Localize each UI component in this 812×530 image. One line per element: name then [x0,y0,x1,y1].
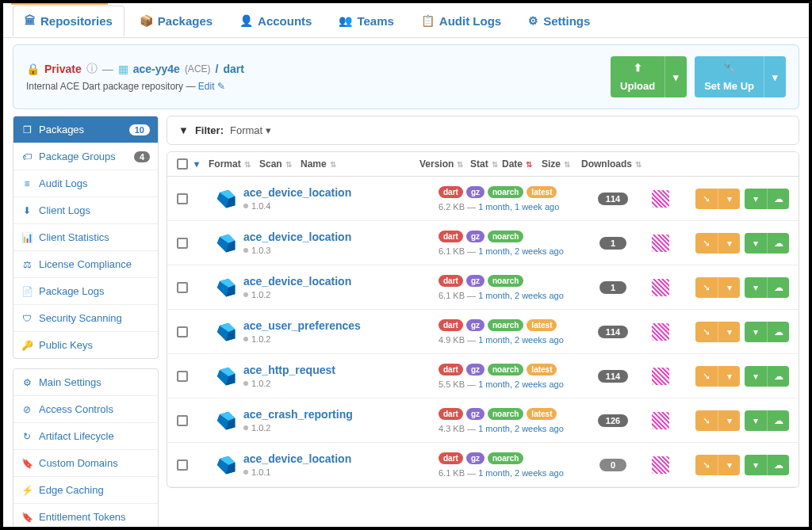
package-name-link[interactable]: ace_device_location [243,186,439,199]
package-date[interactable]: 1 month, 2 weeks ago [478,379,564,389]
package-version[interactable]: 1.0.2 [243,423,439,433]
action-fetch[interactable]: ➘ [695,277,718,298]
filter-format-dropdown[interactable]: Format ▾ [230,124,271,136]
sidebar-item-edge-caching[interactable]: ⚡Edge Caching [13,477,158,504]
owner-avatar[interactable] [652,190,669,208]
row-checkbox[interactable] [177,238,188,249]
upload-button[interactable]: ⬆Upload [611,56,665,97]
action-download[interactable]: ☁ [767,410,789,431]
col-date[interactable]: Date⇅ [502,158,542,170]
action-more[interactable]: ▾ [745,233,767,254]
package-version[interactable]: 1.0.1 [243,467,439,477]
help-icon[interactable]: ⓘ [86,62,98,76]
package-version[interactable]: 1.0.2 [243,379,439,388]
action-more[interactable]: ▾ [745,189,767,209]
owner-avatar[interactable] [652,412,669,429]
row-checkbox[interactable] [177,193,188,204]
tab-teams[interactable]: 👥Teams [327,6,405,36]
action-fetch-dropdown[interactable]: ▾ [718,233,740,254]
row-checkbox[interactable] [177,371,188,382]
sidebar-item-access-controls[interactable]: ⊘Access Controls [13,396,158,423]
col-downloads[interactable]: Downloads⇅ [581,158,653,170]
row-checkbox[interactable] [177,415,188,426]
action-more[interactable]: ▾ [745,277,767,298]
col-size[interactable]: Size⇅ [542,158,581,170]
setup-dropdown[interactable]: ▾ [764,56,786,97]
sidebar-item-entitlement-tokens[interactable]: 🔖Entitlement Tokens [13,504,158,530]
sidebar-item-license-compliance[interactable]: ⚖License Compliance [13,251,158,278]
action-more[interactable]: ▾ [745,410,767,431]
tab-accounts[interactable]: 👤Accounts [228,6,324,36]
action-download[interactable]: ☁ [767,233,789,254]
package-version[interactable]: 1.0.2 [243,334,439,344]
org-link[interactable]: ace-yy4e [133,63,180,75]
package-name-link[interactable]: ace_http_request [243,364,439,376]
action-download[interactable]: ☁ [767,189,789,209]
package-name-link[interactable]: ace_crash_reporting [243,408,439,421]
action-fetch-dropdown[interactable]: ▾ [718,189,740,209]
action-more[interactable]: ▾ [745,322,767,342]
action-fetch[interactable]: ➘ [695,233,718,254]
select-all-checkbox[interactable] [177,158,188,170]
col-stat[interactable]: Stat⇅ [470,158,502,170]
action-download[interactable]: ☁ [767,366,789,387]
sidebar-item-main-settings[interactable]: ⚙Main Settings [13,369,158,396]
action-fetch[interactable]: ➘ [695,322,718,342]
sidebar-item-public-keys[interactable]: 🔑Public Keys [13,332,158,358]
sidebar-item-artifact-lifecycle[interactable]: ↻Artifact Lifecycle [13,423,158,450]
owner-avatar[interactable] [652,323,669,341]
row-checkbox[interactable] [177,326,188,337]
row-checkbox[interactable] [177,282,188,293]
col-scan[interactable]: Scan⇅ [259,158,301,170]
package-date[interactable]: 1 month, 2 weeks ago [478,291,564,300]
package-date[interactable]: 1 month, 1 week ago [478,202,559,212]
action-download[interactable]: ☁ [767,322,789,342]
row-checkbox[interactable] [177,459,188,471]
tab-audit-logs[interactable]: 📋Audit Logs [409,6,513,36]
upload-dropdown[interactable]: ▾ [665,56,687,97]
sidebar-item-package-groups[interactable]: 🏷Package Groups4 [13,143,158,170]
owner-avatar[interactable] [652,456,669,474]
action-fetch[interactable]: ➘ [695,455,718,475]
action-fetch[interactable]: ➘ [695,189,718,209]
package-version[interactable]: 1.0.3 [243,246,439,255]
col-format[interactable]: Format⇅ [209,158,259,170]
action-download[interactable]: ☁ [767,455,789,475]
package-date[interactable]: 1 month, 2 weeks ago [478,468,564,478]
owner-avatar[interactable] [652,279,669,296]
action-fetch-dropdown[interactable]: ▾ [718,455,740,475]
sidebar-item-audit-logs[interactable]: ≡Audit Logs [13,170,158,197]
action-fetch[interactable]: ➘ [695,366,718,387]
action-fetch-dropdown[interactable]: ▾ [718,277,740,298]
sidebar-item-security-scanning[interactable]: 🛡Security Scanning [13,305,158,332]
package-name-link[interactable]: ace_device_location [243,275,439,288]
sidebar-item-custom-domains[interactable]: 🔖Custom Domains [13,450,158,477]
repo-link[interactable]: dart [223,63,243,75]
sidebar-item-client-logs[interactable]: ⬇Client Logs [13,197,158,224]
package-name-link[interactable]: ace_device_location [243,452,439,465]
tab-settings[interactable]: ⚙Settings [516,6,602,36]
action-fetch-dropdown[interactable]: ▾ [718,322,740,342]
package-name-link[interactable]: ace_user_preferences [243,319,439,332]
package-date[interactable]: 1 month, 2 weeks ago [478,246,564,256]
package-date[interactable]: 1 month, 2 weeks ago [478,424,564,433]
edit-description-link[interactable]: Edit ✎ [198,81,225,92]
col-name[interactable]: Name⇅ [301,158,419,170]
select-dropdown[interactable]: ▾ [194,158,199,170]
package-version[interactable]: 1.0.2 [243,290,439,299]
tab-repositories[interactable]: 🏛Repositories [13,6,124,36]
package-date[interactable]: 1 month, 2 weeks ago [478,335,564,345]
action-fetch-dropdown[interactable]: ▾ [718,366,740,387]
sidebar-item-package-logs[interactable]: 📄Package Logs [13,278,158,305]
sidebar-item-client-statistics[interactable]: 📊Client Statistics [13,224,158,251]
owner-avatar[interactable] [652,234,669,252]
setup-button[interactable]: 🔧Set Me Up [695,56,764,97]
owner-avatar[interactable] [652,368,669,385]
action-more[interactable]: ▾ [745,366,767,387]
action-download[interactable]: ☁ [767,277,789,298]
action-more[interactable]: ▾ [745,455,767,475]
tab-packages[interactable]: 📦Packages [128,6,224,36]
action-fetch[interactable]: ➘ [695,410,718,431]
package-version[interactable]: 1.0.4 [243,201,439,211]
col-version[interactable]: Version⇅ [419,158,470,170]
